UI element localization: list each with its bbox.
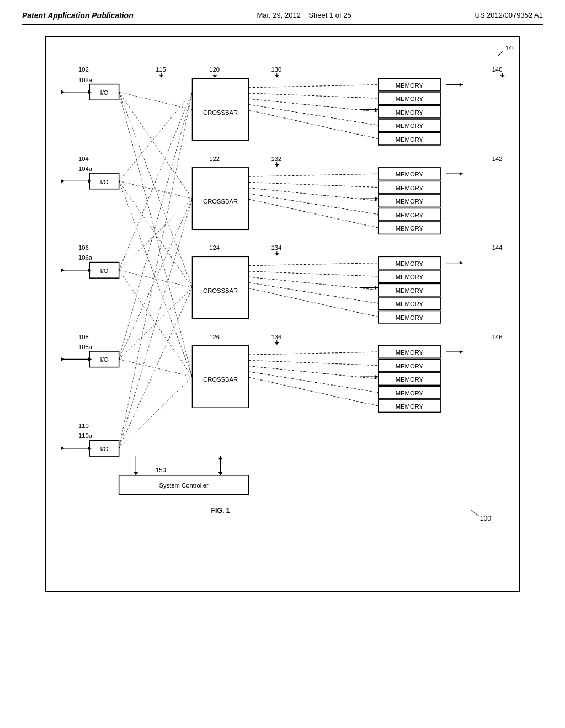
ref-102-label: 102 <box>78 66 89 73</box>
svg-marker-70 <box>134 472 138 475</box>
ref-132-label: 132 <box>271 156 282 162</box>
header-patent-number: US 2012/0079352 A1 <box>475 11 543 19</box>
ref-136-label: 136 <box>271 334 282 340</box>
svg-line-8 <box>249 99 379 112</box>
svg-line-58 <box>119 199 193 270</box>
memory-label-142-5: MEMORY <box>396 225 424 232</box>
memory-label-142-2: MEMORY <box>396 185 424 191</box>
memory-label-142-3: MEMORY <box>396 198 424 205</box>
arrow-140 <box>500 75 504 77</box>
io-label-108a: I/O <box>100 356 109 363</box>
svg-line-41 <box>249 366 379 379</box>
ref-106-label: 106 <box>78 244 89 251</box>
crossbar-label-124: CROSSBAR <box>203 287 238 294</box>
svg-marker-47 <box>460 350 463 354</box>
svg-line-10 <box>249 110 379 139</box>
memory-label-144-5: MEMORY <box>396 314 424 321</box>
memory-label-144-2: MEMORY <box>396 274 424 280</box>
memory-label-142-4: MEMORY <box>396 212 424 218</box>
arrow-134 <box>275 253 279 255</box>
crossbar-label-122: CROSSBAR <box>203 198 238 205</box>
svg-line-9 <box>249 104 379 125</box>
crossbar-label-126: CROSSBAR <box>203 376 238 383</box>
memory-label-146-4: MEMORY <box>396 390 424 397</box>
io-label-110a: I/O <box>100 446 109 452</box>
svg-marker-14 <box>460 83 463 87</box>
svg-line-17 <box>249 174 379 176</box>
svg-marker-73 <box>218 472 222 475</box>
memory-label-140-4: MEMORY <box>396 122 424 129</box>
svg-line-68 <box>119 377 193 448</box>
svg-line-61 <box>119 92 193 359</box>
ref-134-label: 134 <box>271 244 282 251</box>
memory-label-144-1: MEMORY <box>396 260 424 267</box>
fig-label: FIG. 1 <box>211 507 230 515</box>
memory-label-142-1: MEMORY <box>396 171 424 178</box>
header-sheet: Sheet 1 of 25 <box>308 11 351 19</box>
svg-line-76 <box>471 510 478 516</box>
ref-126-label: 126 <box>209 334 220 340</box>
memory-label-140-3: MEMORY <box>396 109 424 116</box>
svg-line-21 <box>249 199 379 228</box>
svg-marker-23 <box>375 197 379 200</box>
svg-line-29 <box>249 271 379 276</box>
ref-120-label: 120 <box>209 66 220 73</box>
memory-label-146-3: MEMORY <box>396 376 424 383</box>
svg-line-54 <box>119 181 193 199</box>
svg-line-62 <box>119 199 193 359</box>
ref-104-label: 104 <box>78 156 89 162</box>
ref-100: 140 <box>505 45 514 51</box>
svg-marker-12 <box>375 108 379 111</box>
arrow-136 <box>275 342 279 345</box>
ref-146-label: 146 <box>492 334 503 340</box>
svg-line-39 <box>249 352 379 355</box>
ref-102a-label: 102a <box>78 77 93 83</box>
ref-100-bottom: 100 <box>480 515 492 522</box>
svg-marker-25 <box>460 172 463 175</box>
svg-line-0 <box>498 51 502 56</box>
svg-line-7 <box>249 93 379 98</box>
svg-line-49 <box>119 92 193 110</box>
diagram-svg: 140 102 102a I/O 115 120 CROSSBAR <box>51 42 514 584</box>
ref-106a-label: 106a <box>78 254 93 261</box>
io-label-104a: I/O <box>100 179 109 185</box>
memory-label-146-2: MEMORY <box>396 363 424 370</box>
io-label-102a: I/O <box>100 89 109 96</box>
ref-142-label: 142 <box>492 156 503 162</box>
svg-line-40 <box>249 360 379 365</box>
page-header: Patent Application Publication Mar. 29, … <box>22 11 543 25</box>
io-label-106a: I/O <box>100 267 109 274</box>
arrow-115 <box>159 75 163 77</box>
ref-115-label: 115 <box>156 66 166 73</box>
header-date: Mar. 29, 2012 <box>257 11 301 19</box>
svg-marker-72 <box>218 456 222 459</box>
svg-line-67 <box>119 288 193 448</box>
svg-line-42 <box>249 372 379 393</box>
svg-marker-45 <box>375 375 379 378</box>
memory-label-140-1: MEMORY <box>396 82 424 89</box>
svg-line-53 <box>119 92 193 181</box>
svg-line-43 <box>249 377 379 406</box>
ref-104a-label: 104a <box>78 165 93 172</box>
svg-line-30 <box>249 277 379 290</box>
svg-line-28 <box>249 263 379 266</box>
ref-124-label: 124 <box>209 244 220 251</box>
svg-line-31 <box>249 282 379 303</box>
ref-130-label: 130 <box>271 66 282 73</box>
memory-label-140-2: MEMORY <box>396 95 424 102</box>
crossbar-label-120: CROSSBAR <box>203 109 238 116</box>
svg-line-32 <box>249 288 379 317</box>
patent-page: Patent Application Publication Mar. 29, … <box>0 0 565 728</box>
memory-label-144-3: MEMORY <box>396 287 424 294</box>
ref-122-label: 122 <box>209 156 220 162</box>
svg-marker-34 <box>375 286 379 289</box>
arrow-130 <box>275 75 279 77</box>
memory-label-146-1: MEMORY <box>396 349 424 356</box>
arrow-120 <box>212 75 217 77</box>
ref-144-label: 144 <box>492 244 503 251</box>
svg-line-66 <box>119 199 193 448</box>
memory-label-144-4: MEMORY <box>396 301 424 307</box>
svg-line-20 <box>249 194 379 215</box>
arrow-132 <box>275 164 279 167</box>
header-publication-label: Patent Application Publication <box>22 11 134 20</box>
